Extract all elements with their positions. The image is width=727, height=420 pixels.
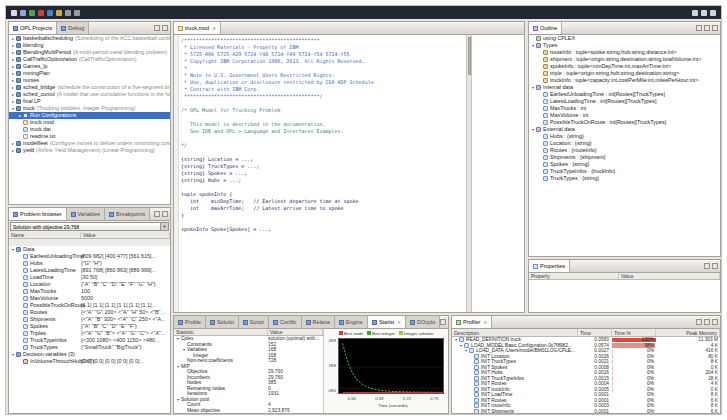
tab-opl-projects[interactable]: OPL Projects bbox=[9, 22, 57, 34]
close-icon[interactable]: ✕ bbox=[483, 320, 487, 325]
sort-icon[interactable] bbox=[696, 25, 702, 31]
debug-icon[interactable] bbox=[47, 10, 53, 16]
stop-icon[interactable] bbox=[38, 10, 44, 16]
tree-item[interactable]: PossibleTruckOnRoute : int[Routes][Truck… bbox=[529, 119, 720, 126]
tree-item[interactable]: readme.txt bbox=[9, 133, 170, 140]
save-icon[interactable] bbox=[20, 10, 26, 16]
tree-item[interactable]: ▸sched_cumul(A model that use cumulative… bbox=[9, 91, 170, 98]
column-value[interactable]: Value bbox=[619, 273, 720, 279]
tab-script[interactable]: Script bbox=[239, 316, 269, 328]
tree-item[interactable]: ▾External data bbox=[529, 126, 720, 133]
scrollbar-thumb[interactable] bbox=[468, 37, 471, 75]
window-icon[interactable] bbox=[701, 10, 707, 16]
tree-item[interactable]: Location{"A" "B" "C" "D" "E" "F" "G" "H"… bbox=[9, 281, 170, 288]
tree-item[interactable]: spokeInfo : tuple<minDepTime:int,maxArrT… bbox=[529, 63, 720, 70]
tab-properties[interactable]: Properties bbox=[529, 260, 570, 272]
tab-truck-mod[interactable]: truck.mod ✕ bbox=[174, 22, 221, 34]
maximize-icon[interactable] bbox=[712, 319, 718, 325]
tree-item[interactable]: Location : {string} bbox=[529, 140, 720, 147]
tree-item[interactable]: ▾Types bbox=[529, 42, 720, 49]
stat-row[interactable]: Mean objective2,923,876 bbox=[174, 408, 323, 414]
column-peak-memory[interactable]: Peak Memory bbox=[656, 329, 720, 336]
tree-item[interactable]: EarliestUnloadingTime : int[Routes][Truc… bbox=[529, 91, 720, 98]
tree-item[interactable]: ▾Data bbox=[9, 246, 170, 253]
minimize-icon[interactable] bbox=[704, 25, 710, 31]
tab-statist[interactable]: Statist✕ bbox=[368, 316, 406, 328]
tab-breakpoints[interactable]: Breakpoints bbox=[105, 208, 150, 220]
search-icon[interactable] bbox=[56, 10, 62, 16]
tree-item[interactable]: ▸yield(Airline Yield Management) (Linear… bbox=[9, 147, 170, 154]
column-time-percent[interactable]: Time % bbox=[612, 329, 656, 336]
chevron-down-icon[interactable]: ▼ bbox=[160, 223, 168, 230]
column-name[interactable]: Name bbox=[9, 232, 81, 238]
tree-item[interactable]: LatestLoadingTime : int[Routes][TruckTyp… bbox=[529, 98, 720, 105]
tree-item[interactable]: LoadTime[30 50] bbox=[9, 274, 170, 281]
close-icon[interactable]: ✕ bbox=[212, 26, 216, 31]
tree-item[interactable]: Spokes{"A" "B" "C" "D" "E" "F"} bbox=[9, 323, 170, 330]
tab-docplo[interactable]: DOcplo bbox=[406, 316, 440, 328]
tree-item[interactable]: Shipments : {shipment} bbox=[529, 154, 720, 161]
maximize-icon[interactable] bbox=[162, 211, 168, 217]
tree-item[interactable]: TruckTypeInfos{<300 1080> <400 1150> <48… bbox=[9, 337, 170, 344]
tab-relaxa[interactable]: Relaxa bbox=[302, 316, 335, 328]
tree-item[interactable]: ▾Internal data bbox=[529, 84, 720, 91]
tree-item[interactable]: MaxVolume5000 bbox=[9, 295, 170, 302]
tree-item[interactable]: using CPLEX bbox=[529, 35, 720, 42]
minimize-icon[interactable] bbox=[154, 211, 160, 217]
tree-item[interactable]: LatestLoadingTime[891 768] [860 863] [88… bbox=[9, 267, 170, 274]
tree-item[interactable]: ▾Decision variables (3) bbox=[9, 351, 170, 358]
solution-selector[interactable]: Solution with objective 29,768 ▼ bbox=[10, 222, 169, 231]
tab-engine[interactable]: Engine bbox=[335, 316, 368, 328]
tree-item[interactable]: MaxVolume : int bbox=[529, 112, 720, 119]
tree-item[interactable]: ▸basketballscheduling(Scheduling of the … bbox=[9, 35, 170, 42]
tree-item[interactable]: ▸nurses bbox=[9, 77, 170, 84]
editor-scrollbar[interactable] bbox=[466, 35, 472, 312]
tree-item[interactable]: TruckTypes : {string} bbox=[529, 175, 720, 182]
tab-variables[interactable]: Variables bbox=[67, 208, 106, 220]
tree-item[interactable]: PossibleTruckOnRoute[1 1] [1 1] [1 1] [1… bbox=[9, 302, 170, 309]
tree-item[interactable]: Spokes : {string} bbox=[529, 161, 720, 168]
minimize-icon[interactable] bbox=[704, 319, 710, 325]
column-description[interactable]: Description bbox=[452, 329, 578, 336]
tree-item[interactable]: ▸sched_bridge(schedule the construction … bbox=[9, 84, 170, 91]
column-value[interactable]: Value bbox=[268, 329, 323, 335]
tree-item[interactable]: Triples{<"A" "G" "B"> <"A" "G" "C"> <"A"… bbox=[9, 330, 170, 337]
tree-item[interactable]: truck.dat bbox=[9, 126, 170, 133]
tree-item[interactable]: truckInfo : tuple<capacity:int,costPerMi… bbox=[529, 77, 720, 84]
tree-item[interactable]: Routes{<"A" "G" 200> <"A" "H" 50> <"B"..… bbox=[9, 309, 170, 316]
minimize-icon[interactable] bbox=[440, 319, 446, 325]
column-value[interactable]: Value bbox=[81, 232, 170, 238]
tree-item[interactable]: ▸CallTrafficOptimization(CallTrafficOpti… bbox=[9, 56, 170, 63]
tree-item[interactable]: MaxTrucks : int bbox=[529, 105, 720, 112]
tab-profiler[interactable]: Profiler ✕ bbox=[452, 316, 492, 328]
tree-item[interactable]: shipment : tuple<origin:string,destinati… bbox=[529, 56, 720, 63]
column-time[interactable]: Time bbox=[578, 329, 612, 336]
tree-item[interactable]: routeInfo : tuple<spoke:string,hub:strin… bbox=[529, 49, 720, 56]
column-property[interactable]: Property bbox=[529, 273, 619, 279]
tree-item[interactable]: ▾truck(Trucking problem, Integer Program… bbox=[9, 105, 170, 112]
tree-item[interactable]: MaxTrucks100 bbox=[9, 288, 170, 295]
new-icon[interactable] bbox=[11, 10, 17, 16]
maximize-icon[interactable] bbox=[712, 25, 718, 31]
tree-item[interactable]: ▸Games_lp bbox=[9, 63, 170, 70]
code-area[interactable]: /***************************************… bbox=[174, 35, 524, 312]
forward-icon[interactable] bbox=[74, 10, 80, 16]
tree-item[interactable]: ▸blending bbox=[9, 42, 170, 49]
tree-item[interactable]: Shipments{<"A" "B" 300> <"A" "C" 250> <"… bbox=[9, 316, 170, 323]
tab-outline[interactable]: Outline bbox=[529, 22, 562, 34]
minimize-icon[interactable] bbox=[154, 25, 160, 31]
tab-debug[interactable]: Debug bbox=[57, 22, 89, 34]
close-icon[interactable]: ✕ bbox=[397, 320, 401, 325]
tree-item[interactable]: ▸BlendingMultiPeriod(A multi-period meta… bbox=[9, 49, 170, 56]
tab-solutio[interactable]: Solutio bbox=[206, 316, 239, 328]
maximize-icon[interactable] bbox=[162, 25, 168, 31]
run-icon[interactable] bbox=[29, 10, 35, 16]
tree-item[interactable]: TruckTypeInfos : {truckInfo} bbox=[529, 168, 720, 175]
tree-item[interactable]: ▸modelfleet(Configure moves to deliver o… bbox=[9, 140, 170, 147]
tab-problem-browser[interactable]: Problem browser bbox=[9, 208, 67, 220]
tab-conflic[interactable]: Conflic bbox=[269, 316, 302, 328]
tree-item[interactable]: InVolumeThrouchHubOnTr...[0 0] [0 0] [0 … bbox=[9, 358, 170, 365]
column-statistic[interactable]: Statistic bbox=[174, 329, 268, 335]
tree-item[interactable]: ▸miningPlan bbox=[9, 70, 170, 77]
tree-item[interactable]: Hubs{"G" "H"} bbox=[9, 260, 170, 267]
